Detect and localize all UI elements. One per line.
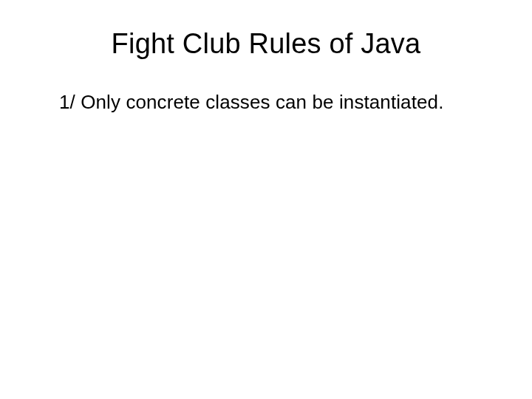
slide-container: Fight Club Rules of Java 1/ Only concret…	[0, 0, 532, 399]
slide-body-text: 1/ Only concrete classes can be instanti…	[44, 91, 488, 114]
slide-title: Fight Club Rules of Java	[44, 28, 488, 60]
